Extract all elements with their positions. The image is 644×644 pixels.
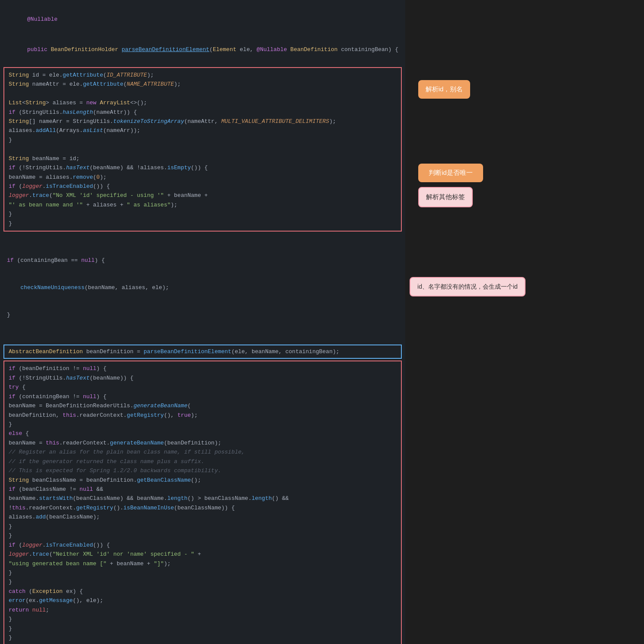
code-line: } <box>9 219 397 228</box>
bubble-parse-other: 解析其他标签 <box>418 187 473 207</box>
code-line: aliases.addAll(Arrays.asList(nameArr)); <box>9 126 397 135</box>
main-container: @Nullable public BeanDefinitionHolder pa… <box>0 0 644 644</box>
bubble-generate-id-label: id、名字都没有的情况，会生成一个id <box>417 283 518 290</box>
code-line: if (logger.isTraceEnabled()) { <box>9 182 397 191</box>
code-line: } <box>9 209 397 219</box>
code-line: String id = ele.getAttribute(ID_ATTRIBUT… <box>9 71 397 80</box>
block2: if (containingBean == null) { checkNameU… <box>0 236 405 339</box>
public-kw: public <box>27 46 51 53</box>
bubble-parse-id: 解析id，别名 <box>418 80 470 99</box>
code-blank <box>9 89 397 98</box>
bubble-generate-id: id、名字都没有的情况，会生成一个id <box>410 277 525 296</box>
code-line: if (!StringUtils.hasText(beanName) && !a… <box>9 163 397 172</box>
param-annot: @Nullable <box>256 46 287 53</box>
code-line: beanName = aliases.remove(0); <box>9 173 397 182</box>
bubble-check-unique: 判断id是否唯一 <box>418 164 483 182</box>
code-line: logger.trace("No XML 'id' specified - us… <box>9 191 397 200</box>
code-line: String nameAttr = ele.getAttribute(NAME_… <box>9 80 397 89</box>
param-type1: Element <box>213 46 237 53</box>
code-line: } <box>9 135 397 145</box>
block3-bordered: AbstractBeanDefinition beanDefinition = … <box>3 345 402 359</box>
nullable-annotation: @Nullable <box>27 16 58 23</box>
code-area: @Nullable public BeanDefinitionHolder pa… <box>0 0 405 644</box>
bubble-parse-other-label: 解析其他标签 <box>426 193 465 200</box>
return-type: BeanDefinitionHolder <box>51 46 122 53</box>
block1-bordered: String id = ele.getAttribute(ID_ATTRIBUT… <box>3 67 402 232</box>
code-line: AbstractBeanDefinition beanDefinition = … <box>9 347 397 356</box>
param-type2: BeanDefinition <box>290 46 337 53</box>
code-line: if (StringUtils.hasLength(nameAttr)) { <box>9 108 397 117</box>
bubble-check-unique-label: 判断id是否唯一 <box>429 169 473 176</box>
code-line: "' as bean name and '" + aliases + " as … <box>9 200 397 209</box>
code-line: String beanName = id; <box>9 154 397 163</box>
method-signature: public BeanDefinitionHolder parseBeanDef… <box>0 35 405 65</box>
annotations-area: 解析id，别名 判断id是否唯一 解析其他标签 id、名字都没有的情况，会生成一… <box>405 0 644 644</box>
method-name: parseBeanDefinitionElement <box>122 46 209 53</box>
code-blank <box>9 145 397 154</box>
block4-bordered: if (beanDefinition != null) { if (!Strin… <box>3 361 402 644</box>
nullable-line: @Nullable <box>0 4 405 35</box>
code-line: List<String> aliases = new ArrayList<>()… <box>9 98 397 107</box>
code-line: String[] nameArr = StringUtils.tokenizeT… <box>9 117 397 126</box>
bubble-parse-id-label: 解析id，别名 <box>426 85 463 93</box>
